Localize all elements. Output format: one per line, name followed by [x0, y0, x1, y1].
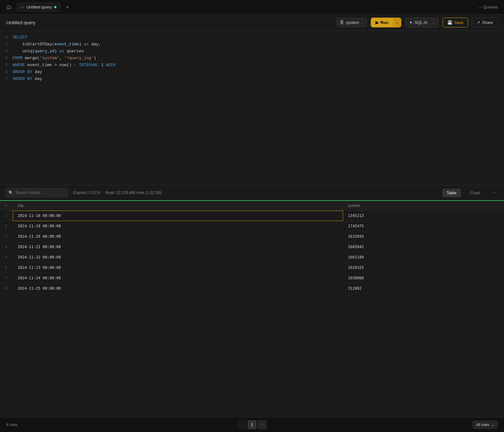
line-number: 3 — [0, 49, 13, 54]
line-content[interactable]: GROUP BY day — [13, 70, 504, 74]
cell-row-number: 2 — [0, 221, 13, 231]
table-row[interactable]: 22024-11-19 00:00:001745475 — [0, 221, 504, 231]
search-input[interactable] — [16, 190, 65, 195]
cell-day[interactable]: 2024-11-21 00:00:00 — [13, 242, 343, 252]
results-more-button[interactable]: ··· — [490, 189, 499, 197]
rows-per-page-selector[interactable]: All rows ⌄ — [472, 421, 498, 429]
code-line: 5WHERE event_time > now() - INTERVAL 1 W… — [0, 62, 504, 69]
cell-queries: 1038066 — [343, 273, 504, 283]
code-line: 1SELECT — [0, 35, 504, 42]
share-label: Share — [482, 20, 493, 25]
table-row[interactable]: 42024-11-21 00:00:001685842 — [0, 242, 504, 252]
share-button[interactable]: ↗ Share — [472, 18, 498, 27]
line-content[interactable]: FROM merge('system', '^query_log') — [13, 56, 504, 60]
queries-menu-button[interactable]: ··· Queries — [476, 3, 500, 11]
run-label: Run — [381, 20, 388, 25]
sql-ai-chevron-icon: ⌄ — [430, 21, 435, 24]
table-header-row: # day queries — [0, 201, 504, 211]
table-row[interactable]: 62024-11-23 00:00:001026325 — [0, 263, 504, 273]
sql-ai-label: SQL AI — [415, 20, 427, 25]
cell-queries: 1026325 — [343, 263, 504, 273]
col-header-queries[interactable]: queries — [343, 201, 504, 211]
db-label: system — [346, 20, 359, 25]
cell-day[interactable]: 2024-11-19 00:00:00 — [13, 221, 343, 231]
sql-editor[interactable]: 1SELECT2 toStartOfDay(event_time) as day… — [0, 31, 504, 185]
cell-queries: 1745475 — [343, 221, 504, 231]
elapsed-time: Elapsed: 0.137s — [73, 190, 100, 195]
db-icon: 🗄 — [340, 20, 344, 25]
results-table: # day queries 12024-11-18 00:00:00134521… — [0, 201, 504, 294]
run-dropdown-button[interactable]: ⌄ — [393, 18, 401, 27]
table-row[interactable]: 72024-11-24 00:00:001038066 — [0, 273, 504, 283]
results-table-container: # day queries 12024-11-18 00:00:00134521… — [0, 201, 504, 294]
table-row[interactable]: 52024-11-22 00:00:001601189 — [0, 252, 504, 263]
code-line: 3 uniq(query_id) as queries — [0, 48, 504, 55]
cell-row-number: 6 — [0, 263, 13, 273]
results-toolbar: 🔍 Elapsed: 0.137s Read: 22,229,488 rows … — [0, 185, 504, 201]
top-nav: ▭ Untitled query + ··· Queries — [0, 0, 504, 14]
table-row[interactable]: 32024-11-20 00:00:001632043 — [0, 231, 504, 242]
query-tab-icon: ▭ — [20, 5, 24, 9]
line-number: 7 — [0, 77, 13, 81]
code-line: 6GROUP BY day — [0, 69, 504, 76]
cell-day[interactable]: 2024-11-23 00:00:00 — [13, 263, 343, 273]
page-1-button[interactable]: 1 — [248, 420, 256, 429]
db-chevron-icon: ⌄ — [361, 21, 364, 24]
col-header-day[interactable]: day — [13, 201, 343, 211]
new-tab-button[interactable]: + — [63, 3, 72, 12]
line-number: 4 — [0, 56, 13, 60]
line-content[interactable]: WHERE event_time > now() - INTERVAL 1 WE… — [13, 63, 504, 67]
line-content[interactable]: toStartOfDay(event_time) as day, — [13, 42, 504, 47]
cell-row-number: 1 — [0, 211, 13, 221]
query-tab[interactable]: ▭ Untitled query — [16, 3, 60, 12]
line-content[interactable]: uniq(query_id) as queries — [13, 49, 504, 54]
row-count: 8 rows — [6, 423, 17, 427]
cell-row-number: 8 — [0, 283, 13, 294]
code-line: 2 toStartOfDay(event_time) as day, — [0, 42, 504, 48]
line-number: 5 — [0, 63, 13, 67]
table-row[interactable]: 12024-11-18 00:00:001345213 — [0, 211, 504, 221]
cell-day[interactable]: 2024-11-22 00:00:00 — [13, 252, 343, 263]
run-dropdown-icon: ⌄ — [396, 20, 398, 24]
line-content[interactable]: SELECT — [13, 35, 504, 40]
line-number: 1 — [0, 35, 13, 40]
code-line: 7ORDER BY day — [0, 76, 504, 83]
cell-queries: 312882 — [343, 283, 504, 294]
cell-row-number: 7 — [0, 273, 13, 283]
code-line: 4FROM merge('system', '^query_log') — [0, 55, 504, 62]
cell-queries: 1601189 — [343, 252, 504, 263]
cell-queries: 1685842 — [343, 242, 504, 252]
cell-day[interactable]: 2024-11-20 00:00:00 — [13, 231, 343, 242]
cell-day[interactable]: 2024-11-24 00:00:00 — [13, 273, 343, 283]
run-button[interactable]: ▶ Run — [371, 18, 393, 27]
search-box[interactable]: 🔍 — [5, 188, 68, 197]
query-tab-label: Untitled query — [26, 5, 52, 9]
cell-day[interactable]: 2024-11-25 00:00:00 — [13, 283, 343, 294]
database-selector[interactable]: 🗄 system ⌄ — [336, 18, 367, 27]
share-icon: ↗ — [477, 20, 480, 25]
cell-queries: 1345213 — [343, 211, 504, 221]
queries-dots-icon: ··· — [478, 5, 482, 9]
unsaved-indicator — [54, 6, 56, 8]
save-button[interactable]: 💾 Save — [443, 18, 468, 27]
sql-ai-button[interactable]: ✦ SQL AI ⌄ — [405, 18, 439, 27]
rows-selector-label: All rows — [476, 423, 489, 427]
line-content[interactable]: ORDER BY day — [13, 77, 504, 81]
table-view-button[interactable]: Table — [442, 189, 461, 197]
pagination: ‹ 1 › — [238, 420, 266, 429]
sql-ai-sparkle-icon: ✦ — [409, 20, 413, 25]
next-page-button[interactable]: › — [258, 420, 266, 429]
search-icon: 🔍 — [9, 190, 13, 195]
title-bar: Untitled query 🗄 system ⌄ ▶ Run ⌄ ✦ SQL … — [0, 14, 504, 31]
line-number: 2 — [0, 42, 13, 47]
page-title: Untitled query — [6, 20, 333, 25]
prev-page-button[interactable]: ‹ — [238, 420, 246, 429]
home-button[interactable] — [4, 2, 14, 12]
cell-row-number: 5 — [0, 252, 13, 263]
table-row[interactable]: 82024-11-25 00:00:00312882 — [0, 283, 504, 294]
save-label: Save — [454, 20, 464, 25]
cell-day[interactable]: 2024-11-18 00:00:00 — [13, 211, 343, 221]
run-play-icon: ▶ — [375, 20, 379, 25]
chart-view-button[interactable]: Chart — [466, 189, 485, 197]
save-icon: 💾 — [447, 20, 452, 25]
